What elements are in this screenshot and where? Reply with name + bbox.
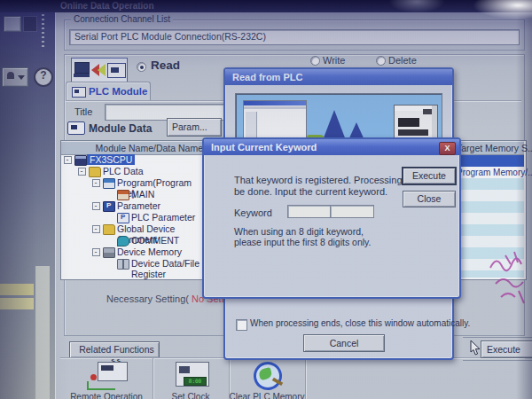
collapse-icon[interactable] xyxy=(92,248,100,256)
magnifier-glass xyxy=(258,367,273,380)
tab-plc-module[interactable]: PLC Module xyxy=(66,82,151,101)
help-button[interactable]: ? xyxy=(34,67,53,87)
connection-channel-field[interactable]: Serial Port PLC Module Connection(RS-232… xyxy=(69,29,520,45)
tree-item-label: Device Data/File Register xyxy=(131,258,207,279)
read-radio[interactable] xyxy=(137,62,146,72)
main-execute-label: Execute xyxy=(487,344,520,355)
col-header-module-name[interactable]: Module Name/Data Name xyxy=(63,143,203,153)
editor-cell-yellow xyxy=(0,284,34,295)
clock-icon-slot xyxy=(179,366,190,373)
input-current-keyword-dialog: Input Current Keyword X That keyword is … xyxy=(202,137,461,299)
clear-plc-memory-button[interactable]: Clear PLC Memory xyxy=(231,360,303,399)
remote-icon-ball xyxy=(90,374,97,380)
cartridge-slot xyxy=(111,67,119,73)
toolbar-handle[interactable] xyxy=(42,14,44,50)
toolbar-dark-button[interactable] xyxy=(23,16,37,32)
close-button[interactable]: X xyxy=(439,142,456,155)
collapse-icon[interactable] xyxy=(78,168,86,176)
delete-radio[interactable] xyxy=(376,56,386,66)
keyword-input-2[interactable] xyxy=(330,205,374,218)
comment-icon xyxy=(117,236,129,246)
related-item-label: Set Clock xyxy=(154,392,227,399)
tree-item-label: PLC Data xyxy=(103,166,144,176)
clear-plc-memory-icon xyxy=(250,358,285,393)
write-radio[interactable] xyxy=(310,56,320,66)
tree-item-fx3scpu[interactable]: FX3SCPU xyxy=(61,154,207,166)
plc-unit-graphic xyxy=(394,105,438,140)
keyword-input-1[interactable] xyxy=(287,205,332,218)
program-file-icon xyxy=(117,190,129,200)
plc-cartridge-icon xyxy=(107,63,126,78)
editor-column xyxy=(35,266,50,399)
delete-radio-label: Delete xyxy=(388,55,417,66)
tree-item-plc-data[interactable]: PLC Data xyxy=(61,166,207,177)
collapse-icon[interactable] xyxy=(92,225,100,233)
remote-operation-button[interactable]: Remote Operation xyxy=(62,360,151,399)
tree-item-label: Parameter xyxy=(117,200,160,211)
tree-item-label: MAIN xyxy=(131,189,154,200)
cancel-button-label: Cancel xyxy=(304,338,384,348)
plc-module-icon-slot xyxy=(74,90,79,93)
keyword-message-line2: be done. Input the current keyword. xyxy=(234,186,387,197)
tree-item-program[interactable]: Program(Program File) xyxy=(61,177,207,189)
collapse-icon[interactable] xyxy=(64,156,72,164)
computer-base xyxy=(74,74,90,77)
parameter-icon xyxy=(103,201,115,212)
auto-close-label: When processing ends, close this window … xyxy=(250,318,470,328)
close-icon: X xyxy=(444,144,450,153)
col-header-target-memory[interactable]: Target Memory S... xyxy=(457,143,532,153)
cpu-icon xyxy=(74,155,87,166)
title-field-label: Title xyxy=(74,106,92,117)
remote-icon-screen xyxy=(101,365,113,371)
read-dialog-titlebar[interactable]: Read from PLC xyxy=(225,69,452,85)
keyword-label: Keyword xyxy=(234,207,272,218)
tree-item-label: Device Memory xyxy=(117,246,182,257)
target-memory-value: Program Memory/... xyxy=(457,168,532,177)
user-dropdown-button[interactable] xyxy=(2,67,28,87)
set-clock-button[interactable]: 8:00 Set Clock xyxy=(154,360,227,399)
set-clock-icon: 8:00 xyxy=(176,362,209,387)
plc-parameter-icon xyxy=(117,213,129,223)
necessary-setting-prefix: Necessary Setting( xyxy=(106,293,189,304)
remote-icon-cable xyxy=(87,381,115,390)
app-window-toolbar xyxy=(244,106,306,109)
related-item-label: Clear PLC Memory xyxy=(225,392,309,399)
user-icon xyxy=(7,72,14,79)
mountain-icon xyxy=(323,110,346,140)
divider xyxy=(153,358,153,399)
tree-item-global-device-comment[interactable]: Global Device Comment xyxy=(61,223,207,235)
write-radio-label: Write xyxy=(323,55,345,66)
module-data-label: Module Data xyxy=(89,122,152,135)
close-dialog-button[interactable]: Close xyxy=(403,191,456,207)
folder-icon xyxy=(89,167,101,177)
collapse-icon[interactable] xyxy=(92,179,100,187)
auto-close-checkbox[interactable] xyxy=(236,319,247,331)
keyword-note-line2: please input the first 8 digits only. xyxy=(234,237,371,247)
keyword-note-line1: When using an 8 digit keyword, xyxy=(234,226,364,237)
read-dialog-title: Read from PLC xyxy=(232,72,302,82)
cancel-button[interactable]: Cancel xyxy=(303,334,385,352)
tree-item-parameter[interactable]: Parameter xyxy=(61,200,207,212)
tree-item-device-memory[interactable]: Device Memory xyxy=(61,246,207,258)
app-window-sidebar xyxy=(246,112,257,140)
tree-item-plc-parameter[interactable]: PLC Parameter xyxy=(61,212,207,223)
param-program-button[interactable]: Param... xyxy=(167,118,222,137)
collapse-icon[interactable] xyxy=(92,202,100,210)
main-execute-button[interactable]: Execute xyxy=(481,340,532,358)
plc-module-icon xyxy=(72,87,86,98)
param-button-label: Param... xyxy=(172,121,207,132)
toolbar-grid-button[interactable] xyxy=(4,16,21,32)
tree-item-label: COMMENT xyxy=(131,235,179,246)
tree-item-main[interactable]: MAIN xyxy=(61,189,207,200)
execute-button[interactable]: Execute xyxy=(403,168,456,184)
related-item-label: Remote Operation xyxy=(62,392,151,399)
screen: Online Data Operation ? Connection Chann… xyxy=(0,0,532,399)
plc-slot xyxy=(398,129,428,136)
remote-operation-icon xyxy=(98,362,128,381)
tree-item-comment[interactable]: COMMENT xyxy=(61,235,207,246)
tree-item-device-data[interactable]: Device Data/File Register xyxy=(61,258,207,270)
related-functions-button[interactable]: Related Functions << xyxy=(69,341,160,358)
computer-icon xyxy=(74,62,90,74)
read-radio-label: Read xyxy=(151,59,180,72)
keyword-dialog-titlebar[interactable]: Input Current Keyword xyxy=(204,139,459,155)
